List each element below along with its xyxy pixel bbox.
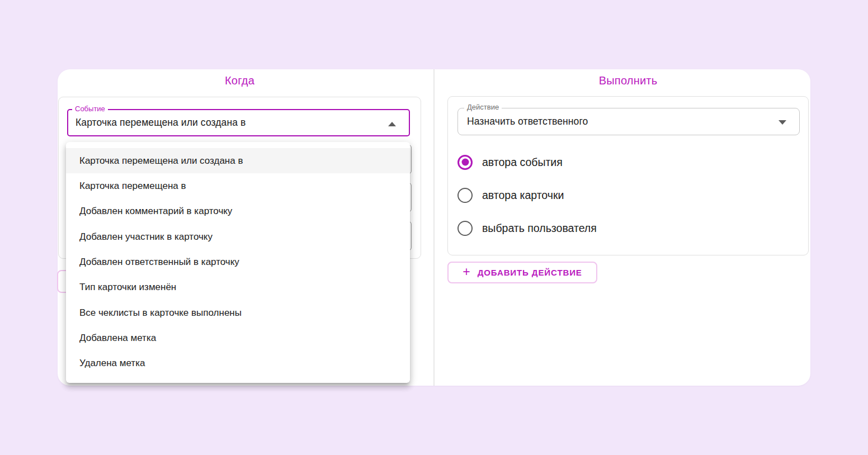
add-action-button[interactable]: + ДОБАВИТЬ ДЕЙСТВИЕ	[447, 262, 597, 283]
radio-selected-icon	[457, 155, 473, 170]
add-action-button-label: ДОБАВИТЬ ДЕЙСТВИЕ	[478, 268, 582, 277]
menu-item[interactable]: Удалена метка	[66, 351, 410, 376]
when-column-title: Когда	[58, 73, 421, 88]
event-select-label: Событие	[72, 105, 108, 112]
plus-icon: +	[463, 266, 470, 278]
menu-item[interactable]: Добавлен участник в карточку	[66, 224, 410, 249]
event-select-value: Карточка перемещена или создана в	[76, 117, 246, 129]
radio-unselected-icon	[457, 221, 473, 236]
event-dropdown-menu: Карточка перемещена или создана в Карточ…	[66, 142, 410, 383]
radio-option-label: автора карточки	[482, 189, 564, 202]
menu-item[interactable]: Добавлена метка	[66, 325, 410, 350]
action-select-value: Назначить ответственного	[467, 116, 588, 127]
radio-option-event-author[interactable]: автора события	[457, 154, 563, 170]
radio-option-choose-user[interactable]: выбрать пользователя	[457, 220, 597, 236]
action-select[interactable]: Действие Назначить ответственного	[457, 108, 800, 135]
chevron-up-icon	[388, 122, 396, 126]
menu-item[interactable]: Добавлен ответственный в карточку	[66, 249, 410, 274]
columns-divider	[433, 69, 435, 386]
menu-item[interactable]: Карточка перемещена или создана в	[66, 148, 410, 173]
menu-item[interactable]: Все чеклисты в карточке выполнены	[66, 300, 410, 325]
radio-unselected-icon	[457, 188, 473, 203]
chevron-down-icon	[779, 120, 786, 125]
menu-item[interactable]: Тип карточки изменён	[66, 275, 410, 300]
radio-option-label: автора события	[482, 156, 563, 169]
automation-rule-editor: Когда Событие Карточка перемещена или со…	[0, 0, 868, 455]
menu-item[interactable]: Карточка перемещена в	[66, 173, 410, 198]
action-select-label: Действие	[464, 103, 502, 111]
menu-item[interactable]: Добавлен комментарий в карточку	[66, 199, 410, 224]
radio-option-card-author[interactable]: автора карточки	[457, 187, 564, 203]
event-select[interactable]: Событие Карточка перемещена или создана …	[67, 109, 410, 136]
radio-option-label: выбрать пользователя	[482, 222, 597, 235]
do-column-title: Выполнить	[447, 73, 809, 88]
